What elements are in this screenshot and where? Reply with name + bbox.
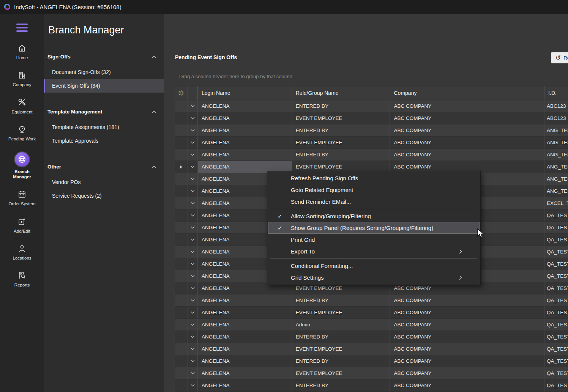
sidebar-item-reports[interactable]: Reports bbox=[5, 266, 39, 293]
cell-login-name[interactable]: ANGELENA bbox=[198, 343, 292, 355]
cell-id[interactable]: ANG_TES bbox=[544, 149, 568, 161]
panel-item-event-sign-offs[interactable]: Event Sign-Offs (34) bbox=[44, 79, 164, 93]
cell-rule-group-name[interactable]: EVENT EMPLOYEE bbox=[292, 112, 390, 124]
cell-id[interactable]: QA_TEST bbox=[544, 246, 568, 258]
sidebar-item-pending-work[interactable]: Pending Work bbox=[5, 120, 39, 147]
customization-sun-icon[interactable] bbox=[175, 86, 188, 100]
cell-rule-group-name[interactable]: ENTERED BY bbox=[292, 379, 390, 392]
sidebar-item-equipment[interactable]: Equipment bbox=[5, 93, 39, 120]
row-expand-button[interactable] bbox=[188, 343, 198, 355]
cell-rule-group-name[interactable]: ENTERED BY bbox=[292, 294, 390, 307]
table-row[interactable]: ANGELENAEVENT EMPLOYEEABC COMPANYANG_TES bbox=[175, 137, 568, 149]
cell-company[interactable]: ABC COMPANY bbox=[390, 319, 544, 331]
cell-company[interactable]: ABC COMPANY bbox=[390, 112, 544, 124]
row-expand-button[interactable] bbox=[188, 209, 198, 222]
column-header-company[interactable]: Company bbox=[390, 86, 545, 100]
table-row[interactable]: ANGELENAENTERED BYABC COMPANYQA_TEST bbox=[175, 379, 568, 392]
cell-rule-group-name[interactable]: EVENT EMPLOYEE bbox=[292, 137, 390, 149]
table-row[interactable]: ANGELENAAdminABC COMPANYQA_TEST bbox=[175, 319, 568, 331]
table-row[interactable]: ANGELENAENTERED BYABC COMPANYANG_TES bbox=[175, 124, 568, 137]
row-expand-button[interactable] bbox=[188, 258, 198, 270]
row-expand-button[interactable] bbox=[188, 112, 198, 124]
cell-rule-group-name[interactable]: ENTERED BY bbox=[292, 100, 390, 112]
cell-company[interactable]: ABC COMPANY bbox=[390, 355, 544, 367]
cell-company[interactable]: ABC COMPANY bbox=[390, 124, 544, 137]
sidebar-item-branch-manager[interactable]: Branch Manager bbox=[5, 147, 39, 185]
cell-id[interactable]: QA_TEST bbox=[544, 270, 568, 282]
section-header-other[interactable]: Other bbox=[44, 163, 164, 170]
cell-login-name[interactable]: ANGELENA bbox=[198, 367, 292, 379]
cell-company[interactable]: ABC COMPANY bbox=[390, 100, 544, 112]
cell-login-name[interactable]: ANGELENA bbox=[198, 331, 292, 343]
column-header-rule-group-name[interactable]: Rule/Group Name bbox=[292, 86, 390, 100]
sidebar-item-add-edit[interactable]: Add/Edit bbox=[5, 212, 39, 239]
row-expand-button[interactable] bbox=[188, 173, 198, 185]
cell-id[interactable]: ANG_TES bbox=[544, 124, 568, 137]
cell-id[interactable]: QA_TEST bbox=[544, 222, 568, 234]
menu-item-grid-settings[interactable]: Grid Settings bbox=[268, 272, 480, 283]
cell-id[interactable]: QA_TEST bbox=[544, 343, 568, 355]
cell-rule-group-name[interactable]: ENTERED BY bbox=[292, 124, 390, 137]
table-row[interactable]: ANGELENAENTERED BYABC COMPANYQA_TEST bbox=[175, 294, 568, 307]
column-header-login-name[interactable]: Login Name bbox=[198, 86, 292, 100]
sidebar-item-locations[interactable]: Locations bbox=[5, 239, 39, 266]
cell-id[interactable]: ANG_TES bbox=[544, 137, 568, 149]
row-expand-button[interactable] bbox=[188, 197, 198, 209]
cell-rule-group-name[interactable]: EVENT EMPLOYEE bbox=[292, 343, 390, 355]
cell-company[interactable]: ABC COMPANY bbox=[390, 137, 544, 149]
row-expand-button[interactable] bbox=[188, 100, 198, 112]
cell-company[interactable]: ABC COMPANY bbox=[390, 343, 544, 355]
column-header-id[interactable]: I.D. bbox=[544, 86, 568, 100]
cell-login-name[interactable]: ANGELENA bbox=[198, 112, 292, 124]
cell-id[interactable]: QA_TEST bbox=[544, 282, 568, 294]
cell-id[interactable]: ANG_TES bbox=[544, 161, 568, 173]
cell-login-name[interactable]: ANGELENA bbox=[198, 294, 292, 307]
menu-item-conditional-formatting[interactable]: Conditional Formatting... bbox=[268, 260, 480, 272]
cell-id[interactable]: QA_TEST bbox=[544, 209, 568, 222]
row-expand-button[interactable] bbox=[188, 149, 198, 161]
menu-item-print-grid[interactable]: Print Grid bbox=[268, 234, 480, 246]
row-expand-button[interactable] bbox=[188, 319, 198, 331]
panel-item-document-sign-offs[interactable]: Document Sign-Offs (32) bbox=[44, 65, 164, 79]
section-header-sign-offs[interactable]: Sign-Offs bbox=[44, 53, 164, 60]
cell-rule-group-name[interactable]: ENTERED BY bbox=[292, 149, 390, 161]
cell-login-name[interactable]: ANGELENA bbox=[198, 319, 292, 331]
menu-item-allow-sorting-grouping-filtering[interactable]: ✓Allow Sorting/Grouping/Filtering bbox=[268, 210, 480, 222]
cell-company[interactable]: ABC COMPANY bbox=[390, 294, 544, 307]
cell-id[interactable]: QA_TEST bbox=[544, 331, 568, 343]
cell-id[interactable]: ANG_TES bbox=[544, 185, 568, 197]
cell-company[interactable]: ABC COMPANY bbox=[390, 331, 544, 343]
section-header-template-management[interactable]: Template Management bbox=[44, 108, 164, 115]
table-row[interactable]: ANGELENAEVENT EMPLOYEEABC COMPANYABC123 bbox=[175, 112, 568, 124]
cell-login-name[interactable]: ANGELENA bbox=[198, 379, 292, 392]
row-expand-button[interactable] bbox=[188, 270, 198, 282]
table-row[interactable]: ANGELENAENTERED BYABC COMPANYQA_TEST bbox=[175, 355, 568, 367]
cell-rule-group-name[interactable]: ENTERED BY bbox=[292, 331, 390, 343]
cell-login-name[interactable]: ANGELENA bbox=[198, 100, 292, 112]
row-expand-button[interactable] bbox=[188, 124, 198, 137]
table-row[interactable]: ANGELENAENTERED BYABC COMPANYQA_TEST bbox=[175, 331, 568, 343]
cell-id[interactable]: QA_TEST bbox=[544, 307, 568, 319]
menu-item-show-group-panel-requires-sorting-grouping-filtering[interactable]: ✓Show Group Panel (Requires Sorting/Grou… bbox=[268, 222, 480, 234]
table-row[interactable]: ANGELENAENTERED BYABC COMPANYABC123 bbox=[175, 100, 568, 112]
row-expand-button[interactable] bbox=[188, 367, 198, 379]
cell-id[interactable]: QA_TEST bbox=[544, 258, 568, 270]
cell-login-name[interactable]: ANGELENA bbox=[198, 307, 292, 319]
row-expand-button[interactable] bbox=[188, 294, 198, 307]
cell-id[interactable]: QA_TEST bbox=[544, 234, 568, 246]
cell-id[interactable]: QA_TEST bbox=[544, 294, 568, 307]
row-expand-button[interactable] bbox=[188, 185, 198, 197]
panel-item-vendor-pos[interactable]: Vendor POs bbox=[44, 175, 164, 189]
cell-id[interactable]: EXCEL_TE bbox=[544, 197, 568, 209]
row-expand-button[interactable] bbox=[188, 234, 198, 246]
cell-login-name[interactable]: ANGELENA bbox=[198, 124, 292, 137]
row-expand-button[interactable] bbox=[188, 161, 198, 173]
sidebar-item-order-system[interactable]: Order System bbox=[5, 185, 39, 212]
row-expand-button[interactable] bbox=[188, 355, 198, 367]
menu-item-refresh-pending-sign-offs[interactable]: Refresh Pending Sign Offs bbox=[268, 172, 480, 184]
cell-company[interactable]: ABC COMPANY bbox=[390, 367, 544, 379]
table-row[interactable]: ANGELENAEVENT EMPLOYEEABC COMPANYQA_TEST bbox=[175, 307, 568, 319]
cell-id[interactable]: ABC123 bbox=[544, 112, 568, 124]
sidebar-item-home[interactable]: Home bbox=[5, 39, 39, 66]
cell-id[interactable]: QA_TEST bbox=[544, 379, 568, 392]
